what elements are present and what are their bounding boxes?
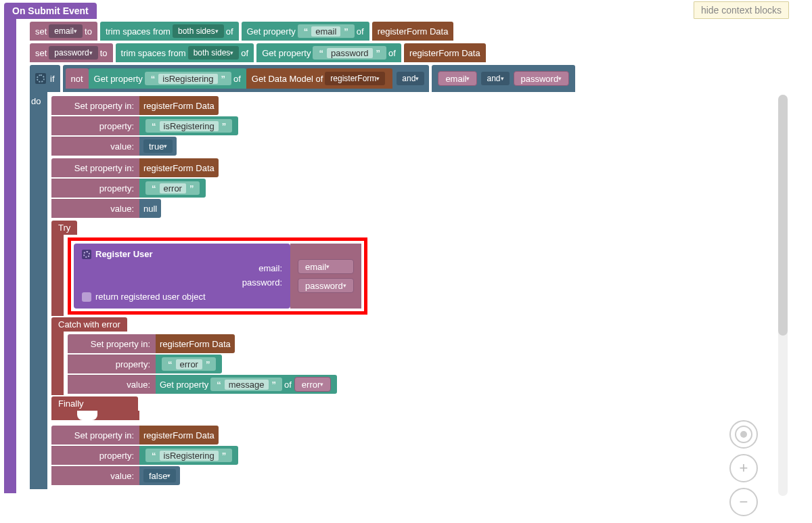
password-param-label: password: [82,277,282,288]
set-password-row[interactable]: set password to trim spaces from both si… [30,43,792,62]
prop-isregistering-string[interactable]: “isRegistering” [145,119,232,133]
value-label: value: [51,199,139,218]
email-var-block[interactable]: email [438,71,477,86]
set-property-block[interactable]: Set property in: registerForm Data prope… [51,96,238,156]
prop-error-string[interactable]: “error” [145,181,200,195]
set-property-in-label: Set property in: [68,334,156,353]
of2-label: of [388,48,396,58]
vertical-scrollbar[interactable] [778,95,788,496]
email-param-label: email: [82,263,282,273]
registerform-data-block[interactable]: registerForm Data [139,158,219,177]
catch-header[interactable]: Catch with error [51,317,127,332]
registerform-data-block[interactable]: registerForm Data [372,22,454,41]
of2-label: of [357,26,364,37]
to-keyword: to [85,26,92,37]
try-header[interactable]: Try [51,221,77,235]
prop-message-string[interactable]: “message” [210,378,282,391]
of-label: of [226,26,233,37]
value-label: value: [51,466,139,485]
get-property-label: Get property [262,48,311,58]
set-property-block[interactable]: Set property in: registerForm Data prope… [51,158,219,218]
error-var-block[interactable]: error [294,377,331,392]
password-var-block[interactable]: password [298,278,354,293]
set-email-row[interactable]: set email to trim spaces from both sides… [30,22,792,41]
blockly-workspace[interactable]: hide context blocks On Submit Event set … [0,0,792,523]
hide-context-button[interactable]: hide context blocks [694,1,789,19]
gear-icon[interactable] [35,73,46,84]
model-dropdown[interactable]: registerForm [325,72,385,85]
set-keyword: set [35,48,47,58]
prop-email-string[interactable]: “email” [298,24,355,38]
registerform-data-block[interactable]: registerForm Data [139,426,219,445]
true-dropdown[interactable]: true [143,139,173,153]
empty-slot[interactable] [77,411,97,420]
prop-password-string[interactable]: “password” [313,46,386,60]
to-keyword: to [100,48,108,58]
if-keyword: if [50,74,55,84]
property-label: property: [51,116,139,135]
return-label: return registered user object [95,292,206,302]
var-email-dropdown[interactable]: email [49,24,83,38]
and-dropdown[interactable]: and [397,72,424,85]
property-label: property: [51,446,139,465]
finally-header[interactable]: Finally [51,396,138,411]
get-property-label: Get property [94,74,143,84]
set-keyword: set [35,26,47,37]
email-var-block[interactable]: email [298,259,354,274]
property-label: property: [68,355,156,373]
registerform-data-block[interactable]: registerForm Data [139,96,219,115]
and-dropdown[interactable]: and [481,72,509,85]
value-label: value: [68,375,156,394]
do-label: do [31,96,41,106]
scrollbar-thumb[interactable] [778,95,788,336]
set-property-in-label: Set property in: [51,96,139,115]
trim-label: trim spaces from [121,48,186,58]
prop-error-string[interactable]: “error” [162,357,216,371]
password-var-block[interactable]: password [514,71,570,86]
gear-icon[interactable] [82,250,91,259]
get-property-label: Get property [160,380,208,390]
register-user-block[interactable]: Register User email: password: [74,244,290,309]
register-user-title: Register User [95,249,153,259]
property-label: property: [51,179,139,198]
set-property-block[interactable]: Set property in: registerForm Data prope… [51,426,238,485]
set-property-block[interactable]: Set property in: registerForm Data prope… [68,334,337,394]
of-label: of [233,74,241,84]
var-password-dropdown[interactable]: password [49,46,97,60]
registerform-data-block[interactable]: registerForm Data [404,43,486,62]
set-property-in-label: Set property in: [51,426,139,445]
trim-label: trim spaces from [106,26,171,37]
event-header-block[interactable]: On Submit Event [4,3,97,19]
zoom-controls: + − [729,420,758,516]
null-value[interactable]: null [139,199,161,218]
center-icon[interactable] [729,420,758,449]
prop-isregistering-string[interactable]: “isRegistering” [145,449,232,462]
if-condition-row[interactable]: if not Get property “isRegistering” of G… [30,65,792,92]
zoom-out-icon[interactable]: − [729,488,758,516]
get-property-label: Get property [247,26,296,37]
trim-sides-dropdown[interactable]: both sides [188,46,240,60]
false-dropdown[interactable]: false [143,469,176,482]
highlight-rectangle: Register User email: password: [68,237,367,315]
zoom-in-icon[interactable]: + [729,454,758,482]
value-label: value: [51,137,139,156]
of-label: of [241,48,248,58]
get-data-model-label: Get Data Model of [252,74,323,84]
not-keyword: not [71,74,83,84]
return-checkbox[interactable] [82,292,91,302]
of-label: of [284,380,292,390]
prop-isregistering-string[interactable]: “isRegistering” [145,72,231,85]
registerform-data-block[interactable]: registerForm Data [156,334,235,353]
trim-sides-dropdown[interactable]: both sides [173,24,224,38]
set-property-in-label: Set property in: [51,158,139,177]
